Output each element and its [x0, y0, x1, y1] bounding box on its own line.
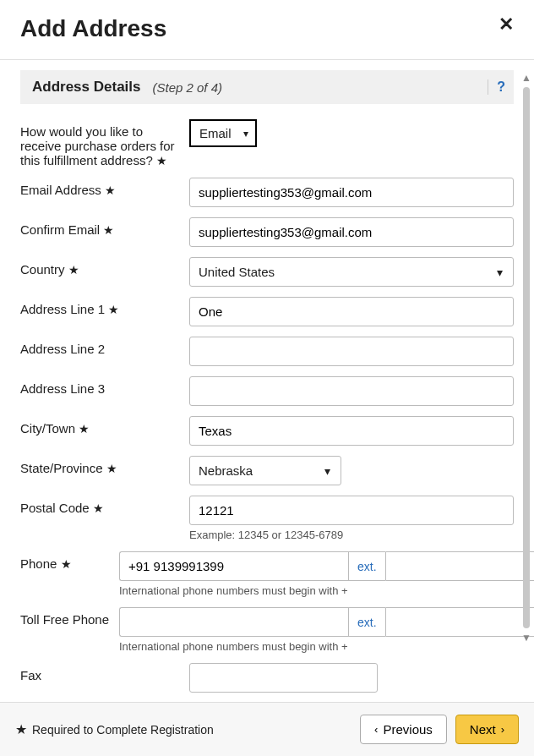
required-star: ★ [156, 154, 167, 167]
addr2-label: Address Line 2 [20, 337, 189, 356]
confirm-email-label: Confirm Email ★ [20, 217, 189, 237]
country-select[interactable]: United States ▾ [189, 257, 514, 287]
scroll-down-icon[interactable]: ▼ [521, 632, 531, 644]
receive-method-label: How would you like to receive purchase o… [20, 119, 189, 167]
section-title: Address Details [32, 79, 141, 96]
postal-label: Postal Code ★ [20, 496, 189, 515]
previous-button[interactable]: ‹ Previous [360, 715, 447, 744]
phone-label: Phone ★ [20, 551, 119, 571]
required-star: ★ [108, 303, 119, 316]
tollfree-label: Toll Free Phone [20, 607, 119, 627]
receive-method-select[interactable]: Email ▾ [189, 119, 257, 147]
next-button[interactable]: Next › [455, 715, 519, 744]
state-select[interactable]: Nebraska ▾ [189, 456, 341, 485]
city-input[interactable] [189, 416, 514, 446]
ext-label: ext. [348, 551, 385, 581]
chevron-down-icon: ▾ [243, 128, 248, 140]
phone-hint: International phone numbers must begin w… [119, 584, 514, 597]
ext-label: ext. [348, 607, 385, 637]
city-label: City/Town ★ [20, 416, 189, 436]
addr2-input[interactable] [189, 337, 514, 366]
required-star: ★ [79, 422, 90, 436]
phone-ext-input[interactable] [385, 551, 534, 581]
country-label: Country ★ [20, 257, 189, 277]
scroll-up-icon[interactable]: ▲ [521, 72, 531, 84]
help-icon[interactable]: ? [488, 79, 505, 95]
chevron-right-icon: › [501, 723, 504, 736]
tollfree-hint: International phone numbers must begin w… [119, 640, 514, 653]
addr1-label: Address Line 1 ★ [20, 297, 189, 316]
chevron-left-icon: ‹ [374, 723, 378, 736]
section-step: (Step 2 of 4) [153, 80, 223, 95]
page-title: Add Address [20, 15, 166, 42]
chevron-down-icon: ▾ [324, 464, 330, 478]
close-icon[interactable]: ✕ [499, 15, 514, 34]
required-star: ★ [106, 462, 117, 475]
required-star: ★ [68, 263, 79, 277]
required-star: ★ [61, 557, 72, 571]
section-header: Address Details (Step 2 of 4) ? [20, 70, 514, 104]
addr3-label: Address Line 3 [20, 376, 189, 396]
required-footnote: ★ Required to Complete Registration [15, 721, 214, 737]
postal-hint: Example: 12345 or 12345-6789 [189, 529, 514, 541]
email-input[interactable] [189, 178, 514, 207]
required-star: ★ [105, 184, 116, 197]
required-star: ★ [93, 501, 104, 515]
required-star: ★ [103, 223, 114, 237]
tollfree-input[interactable] [119, 607, 348, 637]
postal-input[interactable] [189, 496, 514, 525]
fax-label: Fax [20, 663, 189, 682]
confirm-email-input[interactable] [189, 217, 514, 247]
state-label: State/Province ★ [20, 456, 189, 475]
email-label: Email Address ★ [20, 178, 189, 197]
phone-input[interactable] [119, 551, 348, 581]
scrollbar-thumb[interactable] [523, 87, 530, 628]
tollfree-ext-input[interactable] [385, 607, 534, 637]
fax-input[interactable] [189, 663, 378, 693]
addr3-input[interactable] [189, 376, 514, 406]
addr1-input[interactable] [189, 297, 514, 326]
chevron-down-icon: ▾ [497, 266, 503, 279]
